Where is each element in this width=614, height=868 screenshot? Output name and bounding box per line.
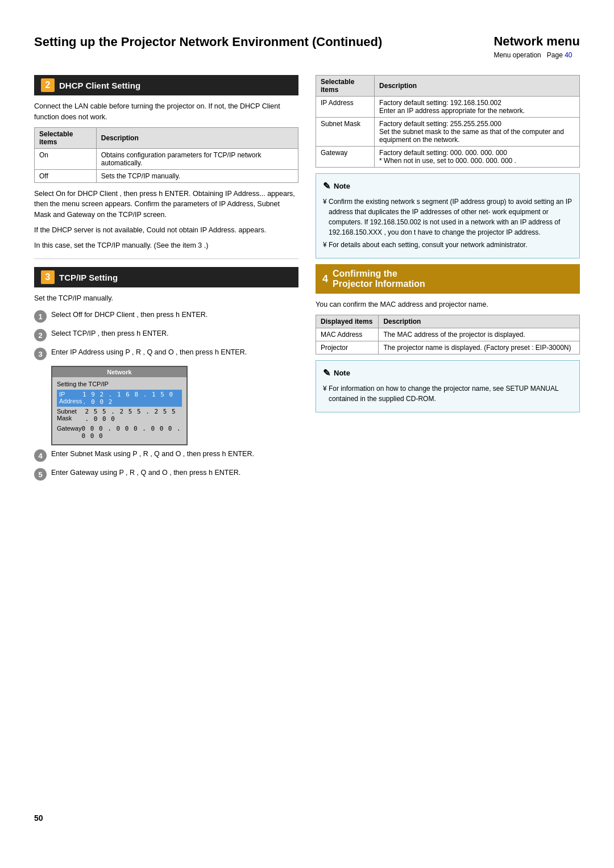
table-cell-desc: Factory default setting: 000. 000. 000. …	[375, 147, 580, 168]
page: Setting up the Projector Network Environ…	[0, 0, 614, 868]
header-left: Setting up the Projector Network Environ…	[34, 34, 382, 51]
table-row: Gateway Factory default setting: 000. 00…	[316, 147, 580, 168]
step-item: 4 Enter Subnet Mask using P , R , Q and …	[34, 449, 298, 462]
step-circle: 5	[34, 468, 47, 481]
table-row: IP Address Factory default setting: 192.…	[316, 97, 580, 118]
menu-op-label: Menu operation	[493, 51, 541, 59]
table-cell-item: Off	[35, 169, 97, 182]
table-cell-desc: The projector name is displayed. (Factor…	[379, 341, 580, 354]
step-item: 5 Enter Gateway using P , R , Q and O , …	[34, 468, 298, 481]
table-row: Projector The projector name is displaye…	[316, 341, 580, 354]
page-title-right: Network menu	[493, 34, 580, 49]
menu-op-page-label: Page	[547, 51, 563, 59]
step-text: Enter IP Address using P , R , Q and O ,…	[51, 347, 298, 358]
section2-intro: Connect the LAN cable before turning the…	[34, 101, 298, 123]
section3-title: TCP/IP Setting	[59, 273, 118, 282]
section4-table-col2: Description	[379, 315, 580, 328]
table-cell-desc: The MAC address of the projector is disp…	[379, 328, 580, 341]
network-screen-label: IP Address	[59, 391, 82, 406]
table-cell-item: On	[35, 148, 97, 169]
network-screen-body: Setting the TCP/IP IP Address 1 9 2 . 1 …	[52, 377, 186, 444]
section2-title: DHCP Client Setting	[59, 81, 140, 90]
note2-items: ¥ For information on how to change the p…	[323, 383, 572, 404]
table-cell-desc: Factory default setting: 255.255.255.000…	[375, 118, 580, 147]
note1-icon: ✎	[323, 180, 330, 193]
note2-box: ✎ Note ¥ For information on how to chang…	[316, 360, 580, 412]
step-text: Select Off for DHCP Client , then press …	[51, 310, 298, 320]
section4-table: Displayed items Description MAC Address …	[316, 315, 580, 354]
note2-title: Note	[334, 368, 350, 379]
table-cell-item: IP Address	[316, 97, 375, 118]
tcpip-table-col2: Description	[375, 76, 580, 97]
table-row: Off Sets the TCP/IP manually.	[35, 169, 298, 182]
network-screen-label: Gateway	[57, 425, 81, 440]
table-row: Subnet Mask Factory default setting: 255…	[316, 118, 580, 147]
step-circle: 2	[34, 329, 47, 341]
tcpip-table: Selectable items Description IP Address …	[316, 75, 580, 168]
table-row: On Obtains configuration parameters for …	[35, 148, 298, 169]
table-cell-desc: Obtains configuration parameters for TCP…	[96, 148, 298, 169]
right-column: Selectable items Description IP Address …	[316, 75, 580, 791]
page-title-left: Setting up the Projector Network Environ…	[34, 34, 382, 51]
network-screen-label: Subnet Mask	[57, 408, 85, 423]
menu-op-page-link[interactable]: 40	[565, 51, 572, 59]
menu-operation: Menu operation Page 40	[493, 51, 580, 59]
step-circle: 3	[34, 348, 47, 360]
section2-para1: Select On for DHCP Client , then press h…	[34, 189, 298, 220]
content-columns: 2 DHCP Client Setting Connect the LAN ca…	[34, 75, 580, 791]
section4-table-col1: Displayed items	[316, 315, 379, 328]
note1-box: ✎ Note ¥ Confirm the existing network s …	[316, 173, 580, 258]
section3-number: 3	[41, 270, 55, 284]
step-item: 3 Enter IP Address using P , R , Q and O…	[34, 347, 298, 360]
note-item: ¥ For details about each setting, consul…	[323, 240, 572, 250]
note1-header: ✎ Note	[323, 180, 572, 193]
step-text: Select TCP/IP , then press h ENTER.	[51, 328, 298, 339]
header-right: Network menu Menu operation Page 40	[493, 34, 580, 59]
section3-intro: Set the TCP/IP manually.	[34, 293, 298, 304]
section2-table-col2: Description	[96, 127, 298, 148]
step-circle: 4	[34, 449, 47, 462]
network-screen-row: Gateway 0 0 0 . 0 0 0 . 0 0 0 . 0 0 0	[57, 424, 182, 441]
note1-items: ¥ Confirm the existing network s segment…	[323, 197, 572, 250]
section2-para2: If the DHCP server is not available, Cou…	[34, 225, 298, 236]
section2-header: 2 DHCP Client Setting	[34, 75, 298, 95]
table-cell-desc: Sets the TCP/IP manually.	[96, 169, 298, 182]
top-header: Setting up the Projector Network Environ…	[34, 34, 580, 59]
network-screen-row: IP Address 1 9 2 . 1 6 8 . 1 5 0 . 0 0 2	[57, 390, 182, 407]
table-cell-item: Gateway	[316, 147, 375, 168]
section2-table: Selectable items Description On Obtains …	[34, 127, 298, 183]
steps-container: 1 Select Off for DHCP Client , then pres…	[34, 310, 298, 481]
left-column: 2 DHCP Client Setting Connect the LAN ca…	[34, 75, 298, 791]
section4-number: 4	[322, 273, 328, 285]
section4-header: 4 Confirming the Projector Information	[316, 264, 580, 294]
note2-icon: ✎	[323, 366, 330, 380]
table-cell-desc: Factory default setting: 192.168.150.002…	[375, 97, 580, 118]
section4-intro: You can confirm the MAC address and proj…	[316, 299, 580, 310]
step-text: Enter Gateway using P , R , Q and O , th…	[51, 468, 298, 478]
tcpip-table-col1: Selectable items	[316, 76, 375, 97]
table-cell-item: MAC Address	[316, 328, 379, 341]
step-text: Enter Subnet Mask using P , R , Q and O …	[51, 449, 298, 460]
step-item: 1 Select Off for DHCP Client , then pres…	[34, 310, 298, 323]
page-number: 50	[34, 813, 580, 823]
section3-header: 3 TCP/IP Setting	[34, 267, 298, 287]
network-screen-sublabel: Setting the TCP/IP	[57, 381, 182, 387]
section2-number: 2	[41, 78, 55, 92]
step-circle: 1	[34, 310, 47, 323]
table-cell-item: Subnet Mask	[316, 118, 375, 147]
section4-title: Confirming the Projector Information	[333, 269, 425, 289]
network-screen-value: 2 5 5 . 2 5 5 . 2 5 5 . 0 0 0	[85, 408, 182, 423]
note2-header: ✎ Note	[323, 366, 572, 380]
step-item: 2 Select TCP/IP , then press h ENTER.	[34, 328, 298, 341]
note-item: ¥ For information on how to change the p…	[323, 383, 572, 404]
network-screen-title: Network	[52, 367, 186, 377]
section2-para3: In this case, set the TCP/IP manually. (…	[34, 240, 298, 251]
section2-table-col1: Selectable items	[35, 127, 97, 148]
note1-title: Note	[334, 181, 350, 192]
network-screen: Network Setting the TCP/IP IP Address 1 …	[51, 366, 188, 445]
table-cell-item: Projector	[316, 341, 379, 354]
network-screen-value: 0 0 0 . 0 0 0 . 0 0 0 . 0 0 0	[81, 425, 182, 440]
divider1	[34, 258, 298, 259]
table-row: MAC Address The MAC address of the proje…	[316, 328, 580, 341]
network-screen-row: Subnet Mask 2 5 5 . 2 5 5 . 2 5 5 . 0 0 …	[57, 407, 182, 424]
